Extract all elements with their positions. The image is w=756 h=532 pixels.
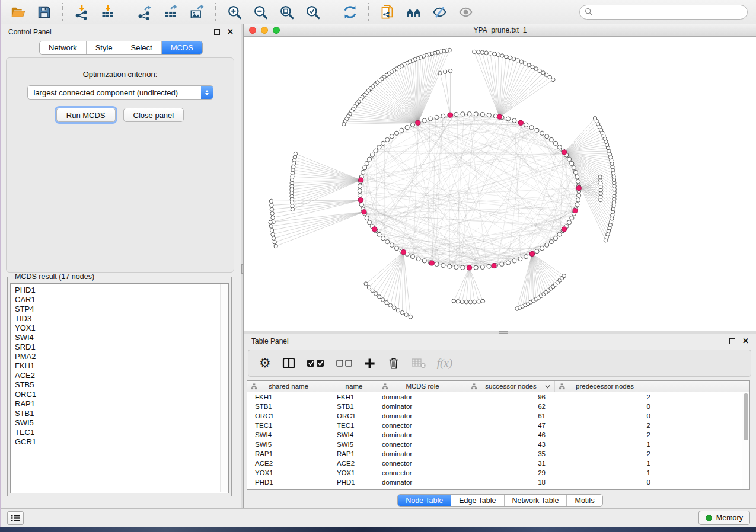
table-cell[interactable]: 35 bbox=[467, 449, 555, 459]
mcds-result-list[interactable]: PHD1CAR1STP4TID3YOX1SWI4SRD1PMA2FKH1ACE2… bbox=[10, 283, 229, 493]
table-cell[interactable]: TEC1 bbox=[330, 421, 378, 430]
table-row[interactable]: RAP1RAP1dominator352 bbox=[247, 449, 749, 459]
table-cell[interactable]: FKH1 bbox=[247, 392, 330, 402]
create-column-button[interactable] bbox=[363, 353, 376, 373]
table-cell[interactable]: SWI4 bbox=[330, 430, 378, 440]
table-row[interactable]: PHD1PHD1dominator180 bbox=[247, 477, 749, 487]
table-cell[interactable]: YOX1 bbox=[330, 468, 378, 477]
table-cell[interactable]: ORC1 bbox=[330, 411, 378, 421]
table-row[interactable]: TEC1TEC1connector472 bbox=[247, 421, 749, 430]
table-row[interactable]: YOX1YOX1connector291 bbox=[247, 468, 749, 477]
table-cell[interactable]: 2 bbox=[555, 421, 655, 430]
table-scrollbar[interactable] bbox=[742, 393, 749, 489]
column-header-predecessor-nodes[interactable]: predecessor nodes bbox=[555, 381, 655, 392]
toggle-graphics-details-button[interactable] bbox=[428, 2, 451, 22]
table-cell[interactable]: YOX1 bbox=[247, 468, 330, 477]
table-cell[interactable]: STB1 bbox=[247, 402, 330, 411]
select-all-columns-button[interactable] bbox=[307, 353, 325, 373]
table-cell[interactable]: ACE2 bbox=[330, 459, 378, 468]
table-row[interactable]: FKH1FKH1dominator962 bbox=[247, 392, 749, 402]
table-cell[interactable]: dominator bbox=[378, 411, 467, 421]
maximize-window-icon[interactable] bbox=[273, 27, 280, 34]
show-columns-button[interactable] bbox=[282, 353, 295, 373]
table-cell[interactable]: 62 bbox=[467, 402, 555, 411]
tab-select[interactable]: Select bbox=[122, 41, 162, 54]
mcds-result-item[interactable]: STP4 bbox=[15, 305, 228, 314]
table-cell[interactable]: dominator bbox=[378, 449, 467, 459]
mcds-result-item[interactable]: RAP1 bbox=[15, 399, 228, 409]
close-panel-icon[interactable]: ✕ bbox=[227, 29, 234, 35]
table-cell[interactable]: PHD1 bbox=[247, 477, 330, 487]
export-network-button[interactable] bbox=[133, 2, 157, 22]
table-cell[interactable]: 18 bbox=[467, 477, 555, 487]
table-cell[interactable]: SWI5 bbox=[330, 440, 378, 449]
tab-node-table[interactable]: Node Table bbox=[398, 495, 451, 506]
table-cell[interactable]: connector bbox=[378, 468, 467, 477]
open-session-button[interactable] bbox=[6, 2, 30, 22]
task-history-button[interactable] bbox=[7, 511, 24, 525]
table-cell[interactable]: 1 bbox=[555, 440, 655, 449]
table-cell[interactable]: dominator bbox=[378, 402, 467, 411]
mcds-result-item[interactable]: ACE2 bbox=[15, 371, 228, 380]
delete-column-button[interactable] bbox=[387, 353, 400, 373]
memory-button[interactable]: Memory bbox=[698, 511, 750, 525]
column-header-successor-nodes[interactable]: successor nodes bbox=[467, 381, 555, 392]
mcds-result-item[interactable]: YOX1 bbox=[15, 323, 228, 333]
mcds-result-item[interactable]: TID3 bbox=[15, 314, 228, 323]
table-options-button[interactable]: ⚙ bbox=[259, 353, 271, 373]
export-table-button[interactable] bbox=[159, 2, 183, 22]
table-cell[interactable]: SWI5 bbox=[247, 440, 330, 449]
tab-network[interactable]: Network bbox=[40, 41, 87, 54]
table-cell[interactable]: dominator bbox=[378, 392, 467, 402]
refresh-layout-button[interactable] bbox=[338, 2, 362, 22]
table-cell[interactable]: 2 bbox=[555, 392, 655, 402]
table-cell[interactable]: dominator bbox=[378, 477, 467, 487]
column-header-name[interactable]: name bbox=[330, 381, 378, 392]
table-cell[interactable]: 2 bbox=[555, 449, 655, 459]
table-cell[interactable]: SWI4 bbox=[247, 430, 330, 440]
table-cell[interactable]: ORC1 bbox=[247, 411, 330, 421]
search-box[interactable] bbox=[579, 5, 748, 20]
zoom-selected-button[interactable] bbox=[301, 2, 324, 22]
mcds-result-item[interactable]: STB5 bbox=[15, 380, 228, 390]
table-cell[interactable]: 1 bbox=[555, 468, 655, 477]
table-cell[interactable]: 43 bbox=[467, 440, 555, 449]
table-cell[interactable]: 2 bbox=[555, 430, 655, 440]
zoom-out-button[interactable] bbox=[248, 2, 272, 22]
table-cell[interactable]: 29 bbox=[467, 468, 555, 477]
table-cell[interactable]: 61 bbox=[467, 411, 555, 421]
table-row[interactable]: SWI5SWI5connector431 bbox=[247, 440, 749, 449]
mcds-result-item[interactable]: CAR1 bbox=[15, 295, 228, 305]
table-cell[interactable]: connector bbox=[378, 421, 467, 430]
criterion-select[interactable]: largest connected component (undirected) bbox=[27, 85, 213, 100]
mcds-result-item[interactable]: ORC1 bbox=[15, 390, 228, 399]
first-neighbors-button[interactable] bbox=[401, 2, 425, 22]
table-cell[interactable]: 0 bbox=[555, 411, 655, 421]
close-panel-icon[interactable]: ✕ bbox=[742, 338, 749, 344]
network-window-titlebar[interactable]: YPA_prune.txt_1 bbox=[244, 24, 756, 37]
import-table-button[interactable] bbox=[95, 2, 119, 22]
tab-edge-table[interactable]: Edge Table bbox=[451, 495, 504, 506]
table-row[interactable]: ACE2ACE2connector311 bbox=[247, 459, 749, 468]
export-image-button[interactable] bbox=[185, 2, 209, 22]
table-cell[interactable]: 46 bbox=[467, 430, 555, 440]
table-cell[interactable]: 47 bbox=[467, 421, 555, 430]
tab-mcds[interactable]: MCDS bbox=[162, 41, 202, 54]
save-session-button[interactable] bbox=[32, 2, 56, 22]
table-cell[interactable]: 96 bbox=[467, 392, 555, 402]
network-canvas[interactable] bbox=[244, 37, 756, 331]
mcds-result-item[interactable]: SRD1 bbox=[15, 342, 228, 352]
table-cell[interactable]: dominator bbox=[378, 430, 467, 440]
table-cell[interactable]: FKH1 bbox=[330, 392, 378, 402]
zoom-in-button[interactable] bbox=[222, 2, 246, 22]
run-mcds-button[interactable]: Run MCDS bbox=[56, 108, 116, 122]
zoom-fit-button[interactable] bbox=[275, 2, 298, 22]
float-panel-icon[interactable] bbox=[729, 338, 735, 344]
mcds-result-item[interactable]: SWI5 bbox=[15, 418, 228, 428]
tab-network-table[interactable]: Network Table bbox=[505, 495, 567, 506]
table-cell[interactable]: connector bbox=[378, 459, 467, 468]
search-input[interactable] bbox=[596, 8, 742, 16]
table-cell[interactable]: 1 bbox=[555, 459, 655, 468]
scrollbar-thumb[interactable] bbox=[744, 393, 748, 440]
new-network-button[interactable] bbox=[375, 2, 399, 22]
